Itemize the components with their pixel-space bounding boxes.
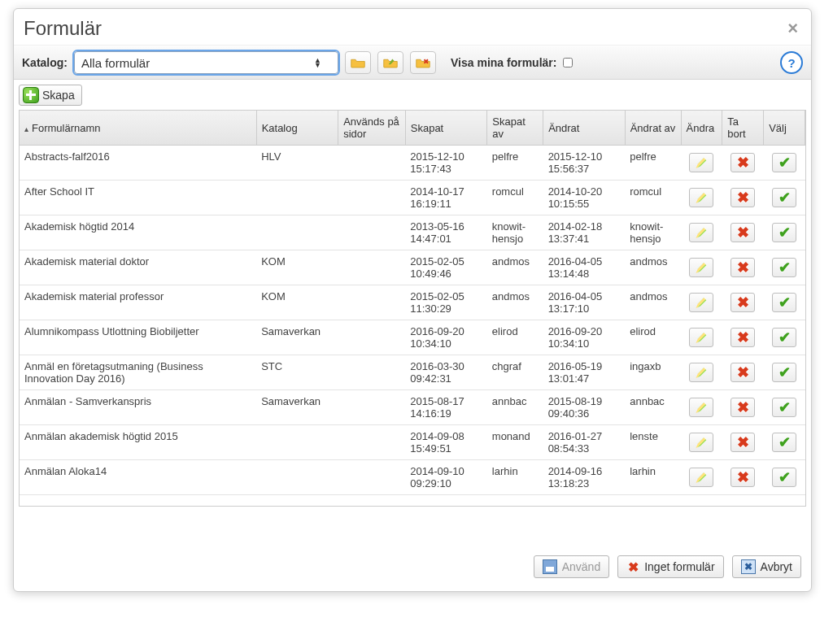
select-button[interactable]: ✔ (772, 188, 796, 207)
pencil-icon (696, 227, 707, 238)
table-row[interactable]: Anmälan Aloka142014-09-10 09:29:10larhin… (20, 460, 805, 495)
col-catalog[interactable]: Katalog (256, 111, 338, 146)
cell-modified: 2016-05-19 13:01:47 (543, 355, 626, 390)
cell-modified: 2016-01-27 08:54:33 (543, 425, 626, 460)
chevron-updown-icon: ▲▼ (314, 58, 321, 67)
check-icon: ✔ (778, 330, 791, 345)
cell-modified-by: larhin (625, 460, 681, 495)
table-row[interactable]: Anmälan akademisk högtid 20152014-09-08 … (20, 425, 805, 460)
delete-button[interactable]: ✖ (731, 363, 755, 382)
edit-folder-button[interactable] (377, 51, 403, 74)
catalog-select[interactable]: Alla formulär ▲▼ (74, 51, 338, 74)
table-row[interactable]: Anmälan - SamverkansprisSamaverkan2015-0… (20, 390, 805, 425)
cell-modified-by: ingaxb (625, 355, 681, 390)
select-button[interactable]: ✔ (772, 153, 796, 172)
apply-label: Använd (562, 560, 600, 573)
show-mine-label: Visa mina formulär: (451, 56, 556, 69)
cell-created-by: monand (487, 425, 543, 460)
dialog-title: Formulär (24, 17, 102, 40)
table-row[interactable]: Abstracts-falf2016HLV2015-12-10 15:17:43… (20, 146, 805, 181)
cell-used (338, 181, 406, 215)
pencil-icon (696, 332, 707, 343)
apply-button[interactable]: Använd (534, 555, 609, 578)
no-form-button[interactable]: ✖ Inget formulär (617, 555, 723, 578)
check-icon: ✔ (778, 225, 791, 240)
delete-button[interactable]: ✖ (731, 188, 755, 207)
col-created[interactable]: Skapat (405, 111, 487, 146)
new-folder-button[interactable] (345, 51, 371, 74)
cell-created: 2015-02-05 10:49:46 (405, 250, 487, 285)
table-row[interactable]: Akademisk material doktorKOM2015-02-05 1… (20, 250, 805, 285)
select-button[interactable]: ✔ (772, 363, 796, 382)
cell-name: Alumnikompass Utlottning Biobiljetter (20, 320, 256, 355)
delete-button[interactable]: ✖ (731, 328, 755, 347)
col-modified-by[interactable]: Ändrat av (625, 111, 681, 146)
edit-button[interactable] (689, 258, 713, 277)
footer-bar: Använd ✖ Inget formulär ✖ Avbryt (534, 555, 801, 578)
pencil-icon (696, 472, 707, 483)
cell-catalog: KOM (256, 285, 338, 320)
save-icon (543, 559, 557, 574)
cell-created: 2015-08-17 14:16:19 (405, 390, 487, 425)
col-used[interactable]: Används på sidor (338, 111, 406, 146)
delete-button[interactable]: ✖ (731, 258, 755, 277)
plus-icon (23, 87, 39, 103)
select-button[interactable]: ✔ (772, 398, 796, 417)
cell-catalog: STC (256, 355, 338, 390)
edit-button[interactable] (689, 188, 713, 207)
col-delete[interactable]: Ta bort (722, 111, 764, 146)
x-icon: ✖ (737, 260, 749, 275)
table-row[interactable]: Akademisk material professorKOM2015-02-0… (20, 285, 805, 320)
select-button[interactable]: ✔ (772, 328, 796, 347)
help-button[interactable]: ? (780, 51, 803, 74)
delete-button[interactable]: ✖ (731, 398, 755, 417)
col-modified[interactable]: Ändrat (543, 111, 626, 146)
delete-button[interactable]: ✖ (731, 433, 755, 452)
edit-button[interactable] (689, 153, 713, 172)
select-button[interactable]: ✔ (772, 293, 796, 312)
forms-dialog: Formulär × Katalog: Alla formulär ▲▼ Vis… (13, 8, 812, 592)
select-button[interactable]: ✔ (772, 468, 796, 487)
edit-button[interactable] (689, 328, 713, 347)
select-button[interactable]: ✔ (772, 258, 796, 277)
delete-button[interactable]: ✖ (731, 468, 755, 487)
cancel-button[interactable]: ✖ Avbryt (732, 555, 801, 578)
col-name[interactable]: Formulärnamn (20, 111, 256, 146)
edit-button[interactable] (689, 433, 713, 452)
edit-button[interactable] (689, 223, 713, 242)
catalog-select-value: Alla formulär (81, 56, 150, 70)
check-icon: ✔ (778, 435, 791, 450)
col-created-by[interactable]: Skapat av (487, 111, 543, 146)
delete-folder-button[interactable] (410, 51, 436, 74)
select-button[interactable]: ✔ (772, 223, 796, 242)
cancel-label: Avbryt (761, 560, 792, 573)
select-button[interactable]: ✔ (772, 433, 796, 452)
col-select[interactable]: Välj (764, 111, 805, 146)
table-row[interactable]: Alumnikompass Utlottning BiobiljetterSam… (20, 320, 805, 355)
close-icon[interactable]: × (787, 18, 798, 39)
edit-button[interactable] (689, 398, 713, 417)
catalog-label: Katalog: (22, 56, 68, 69)
edit-button[interactable] (689, 363, 713, 382)
delete-button[interactable]: ✖ (731, 223, 755, 242)
delete-button[interactable]: ✖ (731, 293, 755, 312)
create-button[interactable]: Skapa (19, 85, 82, 106)
edit-button[interactable] (689, 293, 713, 312)
cell-created: 2016-09-20 10:34:10 (405, 320, 487, 355)
table-row[interactable]: After School IT2014-10-17 16:19:11romcul… (20, 181, 805, 215)
dialog-title-bar: Formulär × (14, 9, 811, 46)
cell-created-by: andmos (487, 250, 543, 285)
cell-modified: 2016-09-20 10:34:10 (543, 320, 626, 355)
table-row[interactable]: Akademisk högtid 20142013-05-16 14:47:01… (20, 215, 805, 250)
create-row: Skapa (14, 80, 811, 107)
show-mine-checkbox[interactable] (563, 58, 573, 67)
edit-button[interactable] (689, 468, 713, 487)
cell-name: Anmälan Aloka14 (20, 460, 256, 495)
table-row[interactable]: Anmäl en företagsutmaning (Business Inno… (20, 355, 805, 390)
cell-modified: 2014-10-20 10:15:55 (543, 181, 626, 215)
cell-created-by: elirod (487, 320, 543, 355)
col-edit[interactable]: Ändra (681, 111, 722, 146)
cell-name: Anmälan - Samverkanspris (20, 390, 256, 425)
cell-name: Abstracts-falf2016 (20, 146, 256, 181)
delete-button[interactable]: ✖ (731, 153, 755, 172)
